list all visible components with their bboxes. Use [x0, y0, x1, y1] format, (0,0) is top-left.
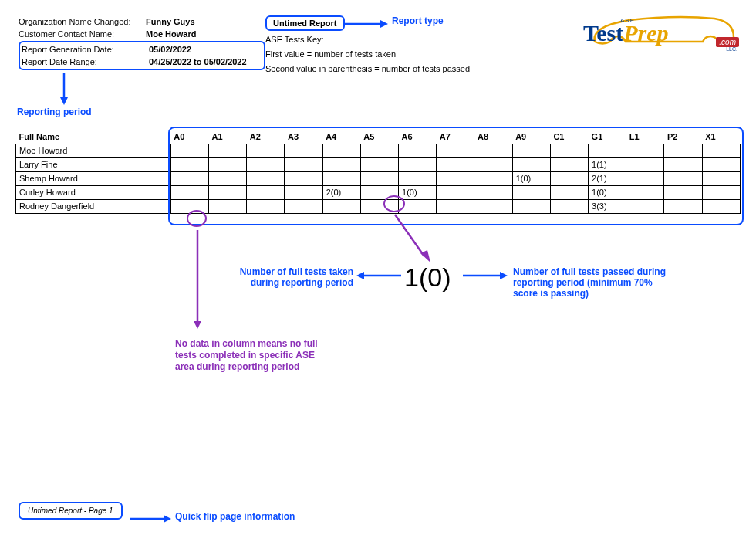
gen-date-value: 05/02/2022: [149, 43, 191, 56]
cell-value: [209, 171, 247, 185]
col-L1: L1: [626, 130, 664, 144]
cell-value: [322, 144, 360, 157]
arrow-diagonal-icon: [393, 213, 432, 264]
cell-value: [209, 185, 247, 199]
cell-value: [474, 144, 512, 157]
arrow-right-icon: [461, 270, 509, 281]
report-table: Full NameA0A1A2A3A4A5A6A7A8A9C1G1L1P2X1 …: [15, 130, 741, 214]
cell-value: [474, 199, 512, 213]
cell-value: [702, 185, 740, 199]
cell-value: [626, 157, 664, 171]
cell-name: Moe Howard: [16, 144, 171, 157]
arrow-right-icon: [128, 513, 171, 524]
cell-value: [437, 157, 474, 171]
cell-value: [664, 185, 702, 199]
annotation-tests-passed: Number of full tests passed during repor…: [513, 266, 675, 299]
col-A5: A5: [360, 130, 398, 144]
cell-value: [170, 199, 208, 213]
report-metadata: Organization Name Changed:Funny Guys Cus…: [19, 15, 265, 70]
cell-value: [360, 199, 398, 213]
annotation-reporting-period: Reporting period: [17, 107, 92, 117]
cell-value: [437, 199, 474, 213]
table-row: Rodney Dangerfield3(3): [16, 199, 741, 213]
col-A8: A8: [474, 130, 512, 144]
cell-value: [285, 199, 322, 213]
cell-value: [512, 144, 550, 157]
cell-value: [664, 171, 702, 185]
range-label: Report Date Range:: [22, 56, 149, 68]
col-A2: A2: [247, 130, 285, 144]
cell-value: [360, 157, 398, 171]
cell-value: [626, 144, 664, 157]
tests-key-line1: First value = number of tests taken: [265, 48, 559, 60]
page-footer-box: Untimed Report - Page 1: [19, 502, 123, 520]
col-fullname: Full Name: [16, 130, 171, 144]
cell-value: [626, 171, 664, 185]
svg-marker-3: [60, 97, 68, 105]
cell-value: [285, 157, 322, 171]
logo-llc: LLC.: [726, 46, 737, 52]
gen-date-label: Report Generation Date:: [22, 43, 149, 56]
logo-com: .com: [716, 37, 739, 47]
cell-value: [664, 199, 702, 213]
col-G1: G1: [589, 130, 626, 144]
annotation-footer: Quick flip page information: [175, 511, 295, 522]
table-row: Shemp Howard1(0)2(1): [16, 171, 741, 185]
annotation-no-data: No data in column means no full tests co…: [175, 338, 322, 373]
cell-value: [474, 185, 512, 199]
cell-value: [550, 144, 588, 157]
cell-value: [664, 144, 702, 157]
cell-value: [360, 185, 398, 199]
cell-value: [437, 171, 474, 185]
col-A6: A6: [399, 130, 437, 144]
svg-marker-9: [420, 250, 430, 262]
cell-value: [247, 157, 285, 171]
cell-value: [209, 144, 247, 157]
cell-value: [399, 199, 437, 213]
cell-value: [512, 199, 550, 213]
arrow-down-icon: [192, 229, 203, 329]
cell-value: [399, 157, 437, 171]
arrow-down-icon: [59, 71, 69, 105]
cell-value: [170, 185, 208, 199]
cell-value: 3(3): [589, 199, 626, 213]
contact-value: Moe Howard: [146, 28, 196, 40]
cell-value: [170, 171, 208, 185]
cell-value: [247, 144, 285, 157]
reporting-period-highlight: Report Generation Date:05/02/2022 Report…: [19, 41, 265, 70]
annotation-report-type: Report type: [392, 15, 444, 26]
cell-value: [550, 199, 588, 213]
tests-key-line2: Second value in parenthesis = number of …: [265, 63, 559, 75]
cell-value: [550, 157, 588, 171]
cell-value: [285, 185, 322, 199]
cell-value: 1(0): [589, 185, 626, 199]
arrow-left-icon: [355, 270, 403, 281]
cell-value: [247, 199, 285, 213]
cell-value: 1(0): [399, 185, 437, 199]
cell-value: [285, 144, 322, 157]
cell-name: Rodney Dangerfield: [16, 199, 171, 213]
table-row: Curley Howard2(0)1(0)1(0): [16, 185, 741, 199]
cell-value: [550, 171, 588, 185]
cell-value: [702, 171, 740, 185]
cell-value: [702, 144, 740, 157]
cell-name: Shemp Howard: [16, 171, 171, 185]
cell-value: [437, 144, 474, 157]
cell-value: [702, 157, 740, 171]
table-row: Moe Howard: [16, 144, 741, 157]
cell-name: Larry Fine: [16, 157, 171, 171]
example-value: 1(0): [404, 262, 451, 293]
cell-value: [170, 144, 208, 157]
cell-value: [360, 171, 398, 185]
col-A4: A4: [322, 130, 360, 144]
cell-value: [285, 171, 322, 185]
svg-marker-11: [194, 321, 201, 329]
cell-value: 1(0): [512, 171, 550, 185]
cell-value: [589, 144, 626, 157]
logo-test: Test: [583, 20, 623, 46]
col-A7: A7: [437, 130, 474, 144]
cell-value: [550, 185, 588, 199]
svg-line-8: [395, 215, 424, 256]
logo-prep: Prep: [623, 20, 668, 46]
org-value: Funny Guys: [146, 15, 195, 28]
